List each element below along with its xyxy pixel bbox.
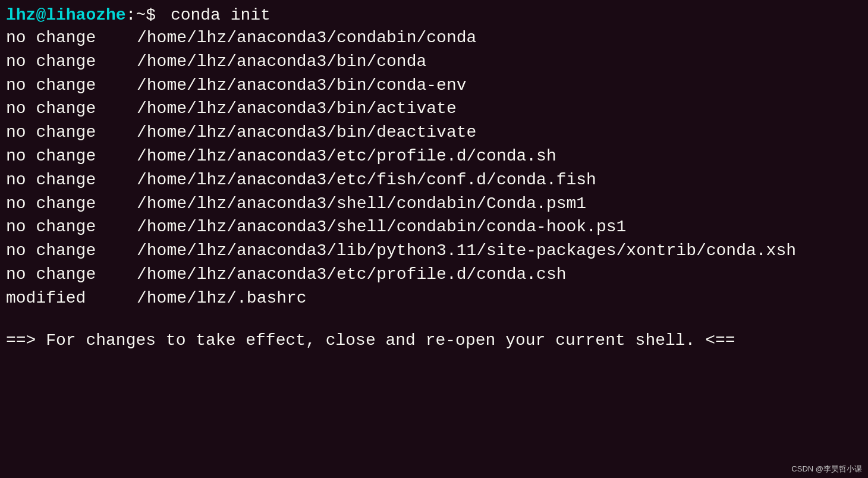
output-line: no change/home/lhz/anaconda3/condabin/co… [6, 27, 856, 49]
file-path: /home/lhz/anaconda3/bin/activate [137, 98, 457, 120]
output-line: modified/home/lhz/.bashrc [6, 287, 856, 310]
output-lines: no change/home/lhz/anaconda3/condabin/co… [6, 27, 856, 310]
status-label: no change [6, 263, 137, 286]
file-path: /home/lhz/anaconda3/etc/profile.d/conda.… [137, 145, 556, 168]
file-path: /home/lhz/anaconda3/lib/python3.11/site-… [137, 240, 796, 262]
output-line: no change/home/lhz/anaconda3/bin/activat… [6, 98, 856, 120]
watermark: CSDN @李昊哲小课 [791, 464, 862, 474]
terminal-window: lhz@lihaozhe :~$ conda init no change/ho… [0, 0, 868, 478]
file-path: /home/lhz/anaconda3/bin/conda-env [137, 74, 467, 97]
prompt-user: lhz@lihaozhe [6, 6, 126, 24]
effect-message: ==> For changes to take effect, close an… [6, 331, 856, 350]
file-path: /home/lhz/anaconda3/shell/condabin/Conda… [137, 193, 586, 215]
output-line: no change/home/lhz/anaconda3/etc/profile… [6, 145, 856, 168]
blank-line [6, 311, 856, 329]
file-path: /home/lhz/anaconda3/bin/conda [137, 51, 426, 73]
output-line: no change/home/lhz/anaconda3/etc/profile… [6, 263, 856, 286]
status-label: no change [6, 51, 137, 73]
status-label: no change [6, 240, 137, 262]
status-label: no change [6, 98, 137, 120]
file-path: /home/lhz/anaconda3/bin/deactivate [137, 121, 476, 144]
prompt-line: lhz@lihaozhe :~$ conda init [6, 6, 856, 24]
output-line: no change/home/lhz/anaconda3/bin/conda-e… [6, 74, 856, 97]
prompt-separator: :~$ [126, 6, 156, 24]
status-label: no change [6, 74, 137, 97]
output-line: no change/home/lhz/anaconda3/lib/python3… [6, 240, 856, 262]
file-path: /home/lhz/anaconda3/condabin/conda [137, 27, 476, 49]
file-path: /home/lhz/.bashrc [137, 287, 307, 310]
status-label: no change [6, 169, 137, 191]
status-label: no change [6, 193, 137, 215]
file-path: /home/lhz/anaconda3/etc/fish/conf.d/cond… [137, 169, 596, 191]
output-line: no change/home/lhz/anaconda3/etc/fish/co… [6, 169, 856, 191]
output-line: no change/home/lhz/anaconda3/shell/conda… [6, 193, 856, 215]
output-line: no change/home/lhz/anaconda3/bin/conda [6, 51, 856, 73]
prompt-command: conda init [161, 6, 271, 24]
status-label: no change [6, 27, 137, 49]
file-path: /home/lhz/anaconda3/etc/profile.d/conda.… [137, 263, 567, 286]
status-label: no change [6, 121, 137, 144]
status-label: no change [6, 216, 137, 238]
status-label: modified [6, 287, 137, 310]
output-line: no change/home/lhz/anaconda3/shell/conda… [6, 216, 856, 238]
output-line: no change/home/lhz/anaconda3/bin/deactiv… [6, 121, 856, 144]
file-path: /home/lhz/anaconda3/shell/condabin/conda… [137, 216, 626, 238]
status-label: no change [6, 145, 137, 168]
